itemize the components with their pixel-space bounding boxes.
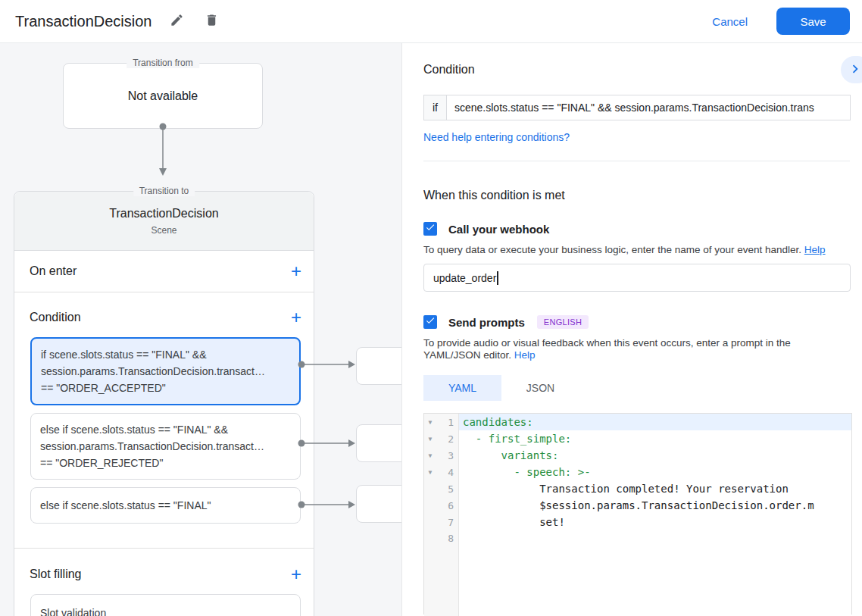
scene-graph-canvas: Transition from Not available Transition…: [0, 43, 401, 616]
transition-target-box-1[interactable]: [356, 347, 401, 385]
fold-toggle-icon[interactable]: ▼: [424, 436, 436, 442]
chevron-right-icon: [847, 61, 862, 80]
transition-from-label: Transition from: [126, 58, 199, 68]
condition-detail-panel: Condition if scene.slots.status == "FINA…: [401, 43, 862, 616]
editor-line: ▼3 variants:: [424, 447, 851, 464]
text-cursor: [497, 271, 498, 285]
add-on-enter-button[interactable]: +: [291, 262, 301, 280]
scene-card-header: TransactionDecision Scene: [14, 192, 314, 251]
send-prompts-checkbox[interactable]: [423, 315, 437, 329]
editor-line: 6 $session.params.TransactionDecision.or…: [424, 497, 851, 514]
webhook-description: To query data or execute your business l…: [423, 244, 848, 256]
tab-json[interactable]: JSON: [501, 375, 579, 401]
add-slot-button[interactable]: +: [291, 565, 301, 583]
webhook-handler-input[interactable]: update_order: [423, 264, 851, 292]
fold-toggle-icon[interactable]: ▼: [424, 452, 436, 459]
top-bar: TransactionDecision Cancel Save: [0, 0, 862, 43]
condition-card-accepted[interactable]: if scene.slots.status == "FINAL" && sess…: [30, 337, 301, 405]
fold-toggle-icon[interactable]: ▼: [424, 469, 436, 476]
scene-card-subtitle: Scene: [14, 225, 314, 236]
transition-target-box-3[interactable]: [356, 485, 401, 523]
if-prefix: if: [424, 95, 447, 120]
transition-target-box-2[interactable]: [356, 424, 401, 462]
on-enter-section: On enter +: [14, 251, 314, 292]
webhook-handler-value: update_order: [433, 272, 496, 284]
condition-card-rejected[interactable]: else if scene.slots.status == "FINAL" &&…: [30, 413, 301, 480]
yaml-editor[interactable]: ▼1 candidates: ▼2 - first_simple: ▼3 var…: [423, 413, 852, 614]
scene-card-title: TransactionDecision: [14, 207, 314, 220]
editor-line: 5 Transaction completed! Your reservatio…: [424, 480, 851, 497]
prompts-help-link[interactable]: Help: [514, 349, 536, 361]
editor-tabs: YAML JSON: [423, 375, 850, 401]
fold-toggle-icon[interactable]: ▼: [424, 419, 436, 426]
add-condition-button[interactable]: +: [291, 308, 301, 327]
slot-filling-label: Slot filling: [30, 568, 81, 581]
trash-icon: [205, 13, 219, 30]
when-met-heading: When this condition is met: [423, 189, 850, 202]
webhook-help-link[interactable]: Help: [804, 244, 826, 255]
condition-card-final[interactable]: else if scene.slots.status == "FINAL": [30, 487, 301, 524]
transition-from-box[interactable]: Transition from Not available: [63, 63, 263, 129]
cancel-button[interactable]: Cancel: [712, 15, 748, 28]
send-prompts-label: Send prompts: [448, 316, 525, 329]
tab-yaml[interactable]: YAML: [423, 375, 501, 401]
condition-section: Condition + if scene.slots.status == "FI…: [14, 292, 314, 549]
check-icon: [425, 222, 436, 236]
condition-expression-field: if scene.slots.status == "FINAL" && sess…: [423, 95, 851, 120]
editor-line: 7 set!: [424, 514, 851, 530]
edit-scene-button[interactable]: [167, 11, 186, 31]
slot-validation-card[interactable]: Slot validation: [30, 594, 301, 616]
editor-line: ▼1 candidates:: [424, 414, 851, 430]
expand-panel-button[interactable]: [841, 56, 862, 83]
save-button[interactable]: Save: [776, 8, 850, 35]
condition-expression-input[interactable]: scene.slots.status == "FINAL" && session…: [447, 95, 850, 120]
condition-heading: Condition: [423, 63, 850, 77]
on-enter-label: On enter: [30, 264, 77, 278]
editor-line: ▼2 - first_simple:: [424, 430, 851, 447]
condition-help-link[interactable]: Need help entering conditions?: [423, 131, 570, 143]
transition-to-label: Transition to: [133, 186, 195, 196]
delete-scene-button[interactable]: [201, 11, 221, 31]
slot-filling-section: Slot filling + Slot validation: [14, 549, 314, 616]
prompts-description: To provide audio or visual feedback when…: [423, 337, 848, 361]
transition-from-content: Not available: [64, 64, 262, 128]
editor-line: ▼4 - speech: >-: [424, 464, 851, 480]
pencil-icon: [170, 13, 184, 30]
scene-card: Transition to TransactionDecision Scene …: [14, 191, 314, 616]
check-icon: [425, 315, 436, 329]
call-webhook-label: Call your webhook: [448, 223, 549, 236]
page-title: TransactionDecision: [15, 13, 151, 30]
language-badge: ENGLISH: [537, 315, 589, 329]
editor-line: 8: [424, 530, 851, 616]
condition-label: Condition: [30, 311, 81, 324]
call-webhook-checkbox[interactable]: [423, 222, 437, 236]
